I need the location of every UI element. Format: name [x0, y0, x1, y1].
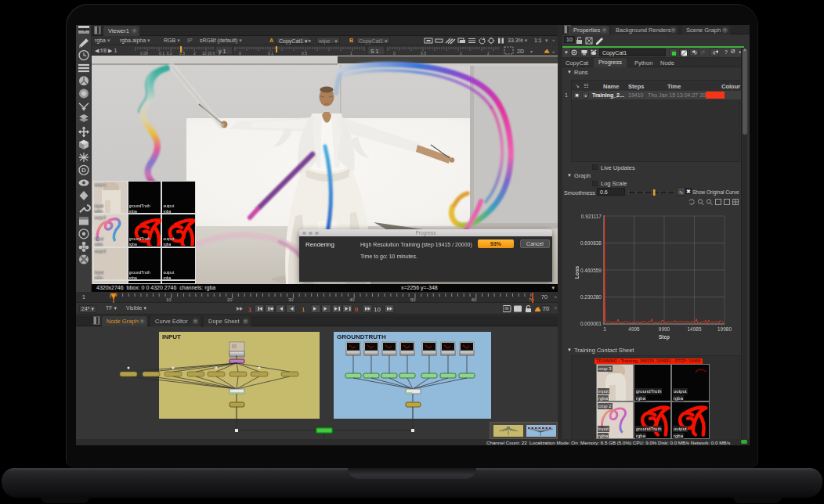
svg-text:Loss: Loss	[574, 266, 580, 279]
svg-text:2D: 2D	[517, 49, 524, 54]
svg-text:▾: ▾	[530, 49, 533, 54]
svg-text:0.921117: 0.921117	[581, 214, 602, 219]
svg-text:30: 30	[288, 297, 294, 302]
svg-text:60: 60	[472, 297, 477, 302]
svg-text:1: 1	[248, 306, 252, 313]
svg-text:50: 50	[410, 297, 416, 302]
svg-text:S 1: S 1	[370, 49, 379, 54]
svg-text:0: 0	[355, 306, 359, 313]
svg-text:70: 70	[529, 297, 534, 302]
svg-text:y 1: y 1	[219, 49, 226, 55]
svg-text:40: 40	[349, 297, 355, 302]
svg-text:1: 1	[302, 306, 305, 313]
svg-text:GROUNDTRUTH: GROUNDTRUTH	[337, 333, 386, 340]
svg-text:20: 20	[227, 297, 233, 302]
svg-text:10: 10	[166, 297, 172, 302]
svg-text:INPUT: INPUT	[162, 333, 181, 340]
svg-text:D: D	[81, 167, 86, 174]
svg-text:19980: 19980	[717, 326, 732, 332]
svg-text:4995: 4995	[628, 326, 640, 332]
svg-text:0.000001: 0.000001	[580, 321, 602, 326]
svg-text:10: 10	[374, 306, 381, 313]
svg-text:0.690838: 0.690838	[580, 240, 602, 246]
svg-text:1: 1	[603, 326, 606, 332]
svg-text:14985: 14985	[687, 326, 701, 332]
svg-text:»: »	[552, 49, 555, 54]
svg-text:0.460559: 0.460559	[580, 268, 602, 273]
svg-text:9990: 9990	[659, 326, 670, 332]
svg-text:0.230280: 0.230280	[580, 294, 602, 300]
svg-text:Step: Step	[659, 334, 670, 340]
